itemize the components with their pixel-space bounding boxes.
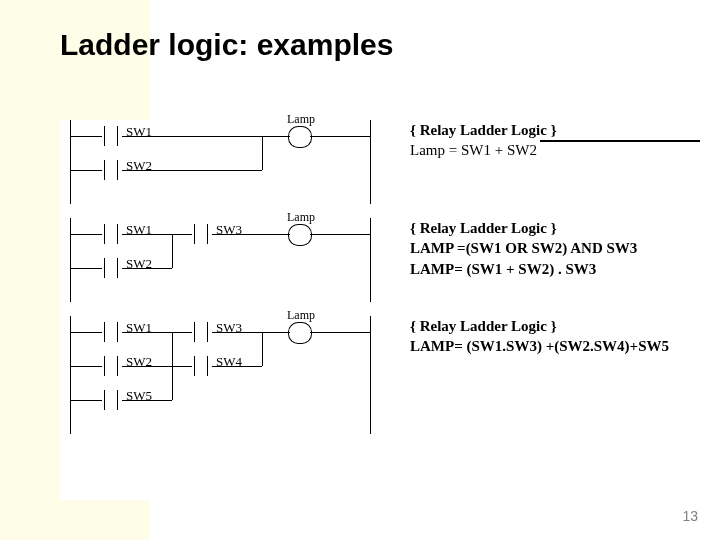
- wire-vertical: [262, 332, 263, 366]
- wire: [122, 366, 192, 367]
- wire: [122, 332, 192, 333]
- contact: [100, 224, 122, 244]
- wire: [310, 136, 370, 137]
- wire: [310, 332, 370, 333]
- coil-label: Lamp: [287, 112, 315, 127]
- coil-label: Lamp: [287, 210, 315, 225]
- example-2: SW1SW3LampSW2{ Relay Ladder Logic }LAMP …: [60, 218, 700, 302]
- left-rail: [70, 218, 71, 302]
- wire: [70, 234, 102, 235]
- output-coil: [290, 322, 310, 342]
- contact-label: SW5: [126, 388, 152, 404]
- right-rail: [370, 316, 371, 434]
- ladder-diagram: SW1SW3LampSW2SW4SW5: [60, 316, 380, 434]
- contact: [100, 390, 122, 410]
- annotation: { Relay Ladder Logic }LAMP =(SW1 OR SW2)…: [380, 218, 700, 279]
- coil-label: Lamp: [287, 308, 315, 323]
- contact: [100, 356, 122, 376]
- contact-label: SW1: [126, 124, 152, 140]
- wire: [70, 366, 102, 367]
- contact: [100, 160, 122, 180]
- wire: [122, 234, 192, 235]
- wire: [212, 234, 290, 235]
- right-rail: [370, 120, 371, 204]
- contact-label: SW3: [216, 222, 242, 238]
- output-coil: [290, 224, 310, 244]
- equation: LAMP= (SW1.SW3) +(SW2.SW4)+SW5: [410, 336, 700, 356]
- contact: [190, 322, 212, 342]
- page-title: Ladder logic: examples: [60, 28, 393, 62]
- contact-label: SW4: [216, 354, 242, 370]
- wire: [70, 268, 102, 269]
- contact-label: SW2: [126, 354, 152, 370]
- right-rail: [370, 218, 371, 302]
- annotation: { Relay Ladder Logic }LAMP= (SW1.SW3) +(…: [380, 316, 700, 357]
- wire-vertical: [172, 234, 173, 268]
- wire: [122, 170, 262, 171]
- output-coil: [290, 126, 310, 146]
- wire: [70, 332, 102, 333]
- contact: [190, 356, 212, 376]
- wire: [122, 268, 172, 269]
- wire: [70, 136, 102, 137]
- contact-label: SW1: [126, 320, 152, 336]
- wire: [70, 170, 102, 171]
- contact: [190, 224, 212, 244]
- equation: Lamp = SW1 + SW2: [410, 140, 700, 160]
- example-3: SW1SW3LampSW2SW4SW5{ Relay Ladder Logic …: [60, 316, 700, 434]
- ladder-diagram: SW1SW3LampSW2: [60, 218, 380, 302]
- wire-vertical: [172, 332, 173, 400]
- content-area: SW1LampSW2{ Relay Ladder Logic }Lamp = S…: [60, 120, 700, 500]
- equation: LAMP= (SW1 + SW2) . SW3: [410, 259, 700, 279]
- wire: [212, 366, 262, 367]
- wire: [122, 400, 172, 401]
- contact-label: SW2: [126, 158, 152, 174]
- contact: [100, 322, 122, 342]
- wire: [310, 234, 370, 235]
- wire: [70, 400, 102, 401]
- wire: [122, 136, 290, 137]
- wire: [212, 332, 290, 333]
- annotation-header: { Relay Ladder Logic }: [410, 218, 700, 238]
- left-rail: [70, 120, 71, 204]
- title-underline: [540, 140, 700, 142]
- example-1: SW1LampSW2{ Relay Ladder Logic }Lamp = S…: [60, 120, 700, 204]
- ladder-diagram: SW1LampSW2: [60, 120, 380, 204]
- annotation-header: { Relay Ladder Logic }: [410, 316, 700, 336]
- annotation-header: { Relay Ladder Logic }: [410, 120, 700, 140]
- left-rail: [70, 316, 71, 434]
- equation: LAMP =(SW1 OR SW2) AND SW3: [410, 238, 700, 258]
- wire-vertical: [262, 136, 263, 170]
- contact: [100, 126, 122, 146]
- contact: [100, 258, 122, 278]
- contact-label: SW2: [126, 256, 152, 272]
- contact-label: SW1: [126, 222, 152, 238]
- page-number: 13: [682, 508, 698, 524]
- contact-label: SW3: [216, 320, 242, 336]
